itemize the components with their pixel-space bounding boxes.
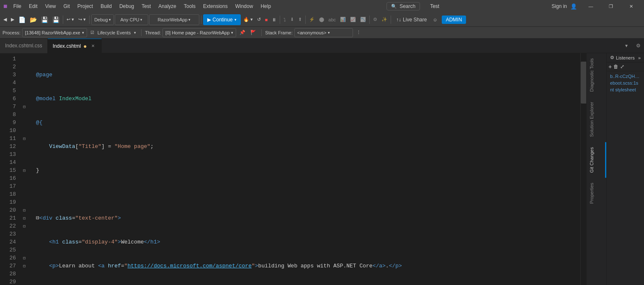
lifecycle-chevron[interactable]: ▾ (132, 27, 138, 38)
menu-debug[interactable]: Debug (116, 2, 137, 11)
thread-flag-button[interactable]: 🚩 (249, 27, 258, 38)
continue-button[interactable]: ▶ Continue ▾ (203, 14, 241, 25)
stop-button[interactable]: ■ (263, 14, 270, 25)
code-line-3: @{ (34, 119, 580, 127)
listener-item-3[interactable]: nt stylesheet (608, 86, 642, 93)
code-line-9: <p>Learn about <a href="https://docs.mic… (34, 262, 580, 270)
menu-tools[interactable]: Tools (180, 2, 199, 11)
save-button[interactable]: 💾 (39, 14, 50, 25)
tab-scroll-right-button[interactable]: ▾ (621, 39, 632, 53)
thread-dropdown[interactable]: [0] Home page - RazorWebApp ▾ (162, 28, 236, 37)
close-button[interactable]: ✕ (621, 0, 641, 13)
menu-test[interactable]: Test (138, 2, 154, 11)
debug-mode-dropdown[interactable]: Debug ▾ (91, 14, 113, 25)
project-dropdown[interactable]: RazorWebApp ▾ (149, 14, 199, 25)
test-menu-item[interactable]: Test (430, 3, 439, 9)
process-dropdown[interactable]: [13648] RazorWebApp.exe ▾ (22, 28, 87, 37)
stack-dropdown[interactable]: <anonymous> ▾ (294, 28, 353, 37)
menu-build[interactable]: Build (97, 2, 115, 11)
listener-item-2[interactable]: eboot.scss:1s (608, 80, 642, 86)
step-over-button[interactable]: ⤵ (282, 14, 288, 25)
menu-project[interactable]: Project (74, 2, 96, 11)
live-share-button[interactable]: ↑↓ Live Share (393, 17, 430, 23)
restart-button[interactable]: ↺ (255, 14, 263, 25)
menu-help[interactable]: Help (257, 2, 274, 11)
fold-marker-22[interactable]: ⊟ (21, 222, 28, 230)
fold-marker-6 (21, 95, 28, 103)
fold-marker-7[interactable]: ⊟ (21, 103, 28, 111)
breakpoint-button[interactable]: ⬤ (317, 14, 326, 25)
line-num: 25 (0, 246, 16, 254)
cpu-dropdown[interactable]: Any CPU ▾ (115, 14, 148, 25)
menu-git[interactable]: Git (60, 2, 73, 11)
line-numbers: 1 2 3 4 5 6 7 8 9 10 11 12 13 14 15 16 1… (0, 53, 21, 285)
pause-button[interactable]: ⏸ (270, 14, 278, 25)
feedback-button[interactable]: ☺ (431, 14, 439, 25)
git-changes-tab[interactable]: Git Changes (587, 142, 606, 178)
separator-4 (280, 16, 280, 24)
settings-icon[interactable]: ⚙ (610, 55, 614, 60)
code-area: 1 2 3 4 5 6 7 8 9 10 11 12 13 14 15 16 1… (0, 53, 586, 285)
menu-edit[interactable]: Edit (26, 2, 41, 11)
new-project-button[interactable]: 📄 (17, 14, 27, 25)
menu-extensions[interactable]: Extensions (200, 2, 231, 11)
code-line-7: ⊟<div class="text-center"> (34, 214, 580, 222)
code-line-2: @model IndexModel (34, 95, 580, 103)
save-all-button[interactable]: 💾 (51, 14, 61, 25)
fold-marker-11[interactable]: ⊟ (21, 135, 28, 142)
line-num: 1 (0, 55, 16, 63)
add-listener-icon[interactable]: + (608, 63, 612, 70)
refactor-button[interactable]: ⚙ (371, 14, 379, 25)
tab-settings-button[interactable]: ⚙ (632, 39, 644, 53)
menu-file[interactable]: File (10, 2, 25, 11)
fold-marker-26[interactable]: ⊟ (21, 254, 28, 262)
menu-view[interactable]: View (42, 2, 59, 11)
back-button[interactable]: ◀ (2, 14, 8, 25)
editor-scrollbar[interactable] (580, 53, 586, 285)
fold-marker-2 (21, 63, 28, 71)
code-cleanup-button[interactable]: ✨ (380, 14, 389, 25)
step-out-button[interactable]: ⬆ (296, 14, 304, 25)
redo-button[interactable]: ↪ ▾ (77, 14, 88, 25)
diagnostic-tools-tab[interactable]: Diagnostic Tools (587, 53, 606, 97)
menu-analyze[interactable]: Analyze (155, 2, 180, 11)
admin-button[interactable]: ADMIN (442, 16, 466, 24)
code-line-6 (34, 190, 580, 198)
thread-pin-button[interactable]: 📌 (238, 27, 247, 38)
fold-marker-25 (21, 246, 28, 254)
tab-index-css[interactable]: Index.cshtml.css (0, 39, 48, 53)
fold-marker-21[interactable]: ⊟ (21, 214, 28, 222)
properties-tab[interactable]: Properties (587, 178, 606, 209)
open-button[interactable]: 📂 (28, 14, 39, 25)
solution-explorer-tab[interactable]: Solution Explorer (587, 97, 606, 142)
menu-window[interactable]: Window (232, 2, 257, 11)
minimize-button[interactable]: — (581, 0, 600, 13)
delete-listener-icon[interactable]: 🗑 (613, 64, 618, 70)
exception-button[interactable]: ⚡ (307, 14, 317, 25)
undo-button[interactable]: ↩ ▾ (65, 14, 76, 25)
fold-marker-20[interactable]: ⊟ (21, 206, 28, 214)
fold-marker-27[interactable]: ⊟ (21, 262, 28, 270)
line-num: 6 (0, 95, 16, 103)
lifecycle-checkbox[interactable]: ☑ (89, 27, 96, 38)
step-into-button[interactable]: ⬇ (289, 14, 296, 25)
perf2-button[interactable]: 📉 (358, 14, 368, 25)
sign-in-label[interactable]: Sign in (551, 3, 567, 9)
expand-listener-icon[interactable]: ⤢ (620, 64, 624, 70)
search-bar[interactable]: 🔍 Search (386, 2, 420, 10)
forward-button[interactable]: ▶ (9, 14, 16, 25)
diagnostic-button[interactable]: 📊 (338, 14, 348, 25)
hot-reload-button[interactable]: 🔥 ▾ (242, 14, 255, 25)
tab-close-icon[interactable]: ✕ (90, 43, 96, 49)
fold-marker-15[interactable]: ⊟ (21, 166, 28, 174)
scroll-thumb[interactable] (581, 62, 586, 104)
tab-index-cshtml[interactable]: Index.cshtml ● ✕ (48, 39, 102, 53)
code-content[interactable]: @page @model IndexModel @{ ViewData["Tit… (34, 53, 580, 285)
restore-button[interactable]: ❐ (601, 0, 621, 13)
listener-item-1[interactable]: b..R-cCzQH4k:... (608, 73, 642, 80)
stack-more-button[interactable]: ⋮ (355, 27, 363, 38)
output-button[interactable]: abc (327, 14, 337, 25)
expand-icon[interactable]: » (638, 55, 641, 60)
menu-bar: ■ File Edit View Git Project Build Debug… (0, 0, 644, 13)
perf-button[interactable]: 📈 (348, 14, 358, 25)
